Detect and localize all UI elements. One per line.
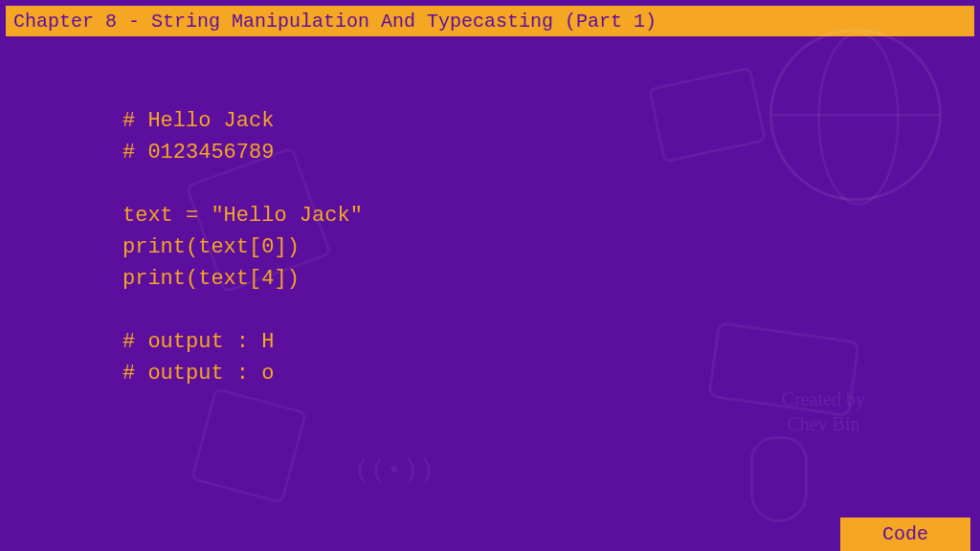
chapter-title: Chapter 8 - String Manipulation And Type… [13, 11, 657, 33]
watermark-line2: Chev Bin [787, 413, 859, 434]
header-bar: Chapter 8 - String Manipulation And Type… [6, 6, 974, 36]
footer-badge-text: Code [882, 523, 928, 545]
signal-icon [354, 455, 431, 532]
monitor-icon [648, 66, 767, 163]
globe-icon [769, 29, 942, 201]
chip-icon [190, 387, 307, 504]
watermark-line1: Created by [782, 388, 865, 409]
watermark-credit: Created by Chev Bin [782, 386, 865, 436]
footer-badge: Code [840, 518, 970, 551]
code-block: # Hello Jack # 0123456789 text = "Hello … [122, 105, 363, 389]
mouse-icon [750, 436, 808, 522]
